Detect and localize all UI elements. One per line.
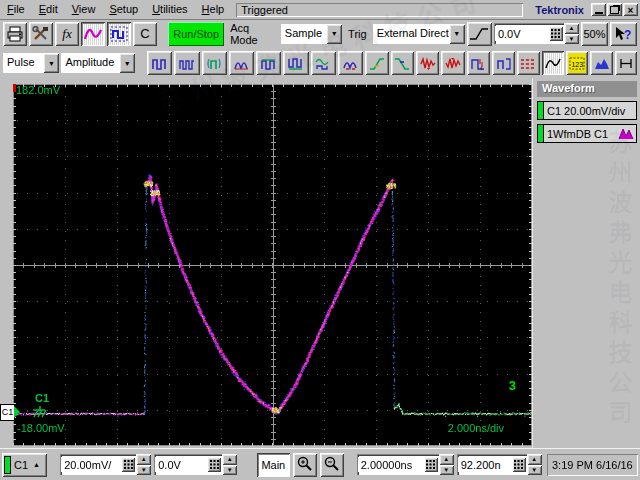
pulse-markers-icon: t [470,57,486,70]
menu-help[interactable]: Help [195,1,232,18]
measure-category-select[interactable]: Pulse ▼ [3,53,59,73]
menu-file[interactable]: File [0,1,32,18]
fx-button[interactable]: fx [55,22,79,46]
menu-utilities[interactable]: Utilities [145,1,194,18]
trigger-slope-button[interactable] [467,22,492,46]
spin-up-button[interactable]: ▲ [564,23,579,34]
spin-down-button[interactable]: ▼ [527,465,542,476]
channel-marker-arrow-icon [14,406,20,418]
main-timebase-label: Main [261,459,285,471]
measure-falltime-button[interactable] [391,51,414,75]
trig-source-select[interactable]: External Direct ▼ [373,24,465,44]
vertical-scale-input[interactable] [61,457,121,472]
measure-pulse-markers-button[interactable]: t [467,51,490,75]
keypad-icon[interactable] [207,457,221,472]
dashed-lines-icon [520,57,536,70]
sine-wave-icon [545,57,561,70]
horizontal-position-input[interactable] [458,457,512,472]
printer-icon [6,26,24,42]
zoom-in-button[interactable] [293,453,317,477]
close-button[interactable]: × [623,3,638,16]
zoom-out-button[interactable] [320,453,344,477]
measure-n-cycles-button[interactable] [492,51,515,75]
fx-label: fx [62,26,71,42]
menu-edit[interactable]: Edit [32,1,65,18]
measure-mean-button[interactable] [311,51,336,75]
waveform-row-c1[interactable]: C1 20.00mV/div [537,101,637,120]
measure-risetime-button[interactable] [365,51,388,75]
spin-down-button[interactable]: ▼ [439,465,454,476]
measure-base-button[interactable] [283,51,308,75]
magnifier-plus-icon [296,456,313,473]
minimize-button[interactable] [591,3,606,16]
timebase-label: 2.000ns/div [448,422,504,434]
context-help-button[interactable]: ? [610,22,637,46]
histogram-button[interactable] [590,51,612,75]
chevron-down-icon[interactable]: ▼ [449,24,465,44]
pulse-train-icon [179,57,195,70]
measure-cycle-button[interactable] [338,51,363,75]
display-dots-button[interactable] [517,51,539,75]
measure-top-button[interactable] [256,51,281,75]
measure-noise-rms-button[interactable] [416,51,439,75]
measure-noise-pp-button[interactable] [441,51,464,75]
waveform-panel: Waveform C1 20.00mV/div 1WfmDB C1 [532,78,640,448]
measure-gated-button[interactable] [202,51,227,75]
menu-view[interactable]: View [65,1,103,18]
chevron-down-icon[interactable]: ▼ [119,53,135,73]
ibeam-measure-icon [618,57,634,70]
chevron-down-icon[interactable]: ▼ [43,53,59,73]
waveform-display-button[interactable] [81,22,105,46]
waveform-number-marker: 3 [509,378,516,393]
acq-mode-select[interactable]: Sample ▼ [281,24,342,44]
spin-up-button[interactable]: ▲ [222,454,237,465]
horizontal-position-control: ▲ ▼ [457,454,542,475]
trigger-level-input[interactable] [495,26,549,41]
pulse-icon [110,26,128,42]
spin-up-button[interactable]: ▲ [439,454,454,465]
tools-button[interactable] [29,22,53,46]
clear-button[interactable]: C [133,22,157,46]
spin-up-button[interactable]: ▲ [527,454,542,465]
keypad-icon[interactable] [121,457,135,472]
acq-mode-label: Acq Mode [226,22,279,46]
print-button[interactable] [3,22,27,46]
display-vector-button[interactable] [542,51,564,75]
tools-icon [32,26,50,42]
keypad-icon[interactable] [512,457,526,472]
fifty-label: 50% [583,28,605,40]
waveform-icon [84,26,102,42]
fall-time-icon [394,57,410,70]
spin-down-button[interactable]: ▼ [222,465,237,476]
main-timebase-button[interactable]: Main [257,453,290,477]
spin-down-button[interactable]: ▼ [564,34,579,45]
vertical-offset-input[interactable] [155,457,207,472]
menu-setup[interactable]: Setup [102,1,145,18]
noise-burst-icon [420,57,436,70]
spin-up-button[interactable]: ▲ [136,454,151,465]
keypad-icon[interactable] [549,26,563,41]
waveform-row-label: 1WfmDB C1 [544,128,618,140]
channel-marker-badge[interactable]: C1 [0,404,15,421]
restore-button[interactable] [607,3,622,16]
measure-low-button[interactable] [174,51,199,75]
vertical-offset-control: ▲ ▼ [154,454,237,475]
measure-high-button[interactable] [147,51,172,75]
run-stop-button[interactable]: Run/Stop [168,22,224,46]
horizontal-measure-button[interactable] [615,51,637,75]
svg-text:?: ? [624,28,631,42]
pulse-base-icon [288,57,304,70]
keypad-icon[interactable] [424,457,438,472]
measure-type-select[interactable]: Amplitude ▼ [61,53,135,73]
spin-down-button[interactable]: ▼ [136,465,151,476]
chevron-down-icon[interactable]: ▼ [326,24,342,44]
channel-trace-label: C1 [35,392,49,404]
measure-amplitude-button[interactable] [229,51,254,75]
pulse-select-button[interactable] [107,22,131,46]
top-scale-label: 182.0mV [16,84,60,96]
set-fifty-percent-button[interactable]: 50% [581,22,608,46]
channel-selector-button[interactable]: C1 ▲ [2,453,47,477]
horizontal-scale-input[interactable] [358,457,424,472]
readout-button[interactable]: 123 [566,51,588,75]
waveform-row-wfmdb[interactable]: 1WfmDB C1 [537,124,637,143]
